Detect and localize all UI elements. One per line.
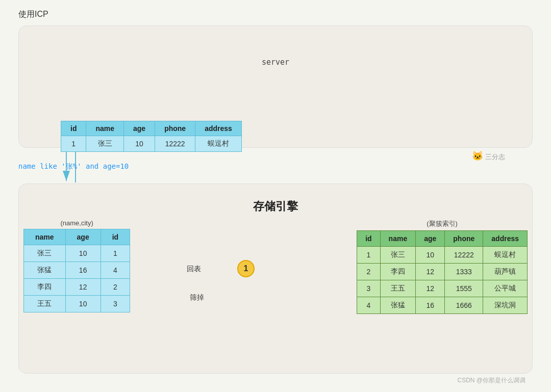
huibiao-label: 回表 [187, 265, 201, 274]
clustered-index-table: id name age phone address 1 张三 10 12222 … [357, 230, 528, 314]
right-table-cell-name-4: 张猛 [380, 297, 416, 314]
watermark: CSDN @你那是什么调调 [457, 376, 525, 385]
left-table-cell-age-3: 12 [65, 279, 101, 296]
left-table-row: 王五 10 3 [24, 296, 130, 312]
right-table-cell-name-1: 张三 [380, 247, 416, 264]
query-label: name like '张%' and age=10 [18, 162, 129, 171]
left-table-cell-id-3: 2 [101, 279, 130, 296]
right-table-cell-phone-1: 12222 [445, 247, 483, 264]
right-table-cell-name-2: 李四 [380, 264, 416, 280]
right-table-row: 1 张三 10 12222 蜈逗村 [357, 247, 528, 264]
left-table-header-id: id [101, 229, 130, 245]
top-table-cell-id: 1 [61, 136, 86, 152]
storage-engine-label: 存储引擎 [253, 199, 298, 214]
right-table-cell-age-4: 16 [416, 297, 445, 314]
right-table-header-id: id [357, 231, 380, 247]
shaidi-label: 筛掉 [190, 293, 204, 302]
right-table-cell-age-2: 12 [416, 264, 445, 280]
left-index-table: name age id 张三 10 1 张猛 16 4 李四 12 2 王五 [23, 229, 130, 312]
top-table-cell-name: 张三 [86, 136, 124, 152]
top-table-header-address: address [195, 121, 242, 136]
left-table-header-name: name [24, 229, 66, 245]
top-table: id name age phone address 1 张三 10 12222 … [61, 121, 242, 152]
left-table-cell-name-1: 张三 [24, 245, 66, 262]
left-table-cell-age-2: 16 [65, 262, 101, 279]
right-table-cell-address-3: 公平城 [483, 280, 528, 297]
right-table-cell-age-3: 12 [416, 280, 445, 297]
left-table-cell-name-3: 李四 [24, 279, 66, 296]
right-table-header-age: age [416, 231, 445, 247]
right-table-cell-phone-2: 1333 [445, 264, 483, 280]
right-table-header-phone: phone [445, 231, 483, 247]
top-table-header-id: id [61, 121, 86, 136]
right-table-row: 2 李四 12 1333 葫芦镇 [357, 264, 528, 280]
top-table-header-name: name [86, 121, 124, 136]
right-table-row: 4 张猛 16 1666 深坑洞 [357, 297, 528, 314]
right-table-header-address: address [483, 231, 528, 247]
left-table-cell-age-1: 10 [65, 245, 101, 262]
top-table-cell-address: 蜈逗村 [195, 136, 242, 152]
right-table-cell-phone-4: 1666 [445, 297, 483, 314]
left-table-cell-id-1: 1 [101, 245, 130, 262]
top-table-cell-phone: 12222 [155, 136, 195, 152]
left-table-cell-id-2: 4 [101, 262, 130, 279]
sanfenzhi-label: 🐱 三分志 [472, 150, 505, 162]
right-table-row: 3 王五 12 1555 公平城 [357, 280, 528, 297]
right-table-cell-address-2: 葫芦镇 [483, 264, 528, 280]
right-table-cell-id-1: 1 [357, 247, 380, 264]
right-table-header-name: name [380, 231, 416, 247]
left-table-label: (name,city) [23, 219, 130, 227]
left-table-cell-name-4: 王五 [24, 296, 66, 312]
top-table-header-age: age [124, 121, 155, 136]
server-label: server [262, 58, 289, 67]
right-table-container: (聚簇索引) id name age phone address 1 张三 10… [357, 219, 528, 314]
right-table-label: (聚簇索引) [357, 219, 528, 228]
right-table-cell-address-4: 深坑洞 [483, 297, 528, 314]
top-table-cell-age: 10 [124, 136, 155, 152]
right-table-cell-address-1: 蜈逗村 [483, 247, 528, 264]
left-table-row: 李四 12 2 [24, 279, 130, 296]
page-title: 使用ICP [18, 9, 48, 20]
right-table-cell-name-3: 王五 [380, 280, 416, 297]
right-table-cell-id-4: 4 [357, 297, 380, 314]
left-table-header-age: age [65, 229, 101, 245]
right-table-cell-id-3: 3 [357, 280, 380, 297]
circle-node: 1 [237, 260, 255, 277]
left-table-row: 张猛 16 4 [24, 262, 130, 279]
left-table-row: 张三 10 1 [24, 245, 130, 262]
left-table-cell-name-2: 张猛 [24, 262, 66, 279]
right-table-cell-age-1: 10 [416, 247, 445, 264]
top-table-row: 1 张三 10 12222 蜈逗村 [61, 136, 242, 152]
left-table-cell-id-4: 3 [101, 296, 130, 312]
left-table-cell-age-4: 10 [65, 296, 101, 312]
top-table-header-phone: phone [155, 121, 195, 136]
server-box: server id name age phone address 1 张三 10… [18, 25, 533, 148]
left-table-container: (name,city) name age id 张三 10 1 张猛 16 4 … [23, 219, 130, 312]
right-table-cell-phone-3: 1555 [445, 280, 483, 297]
right-table-cell-id-2: 2 [357, 264, 380, 280]
